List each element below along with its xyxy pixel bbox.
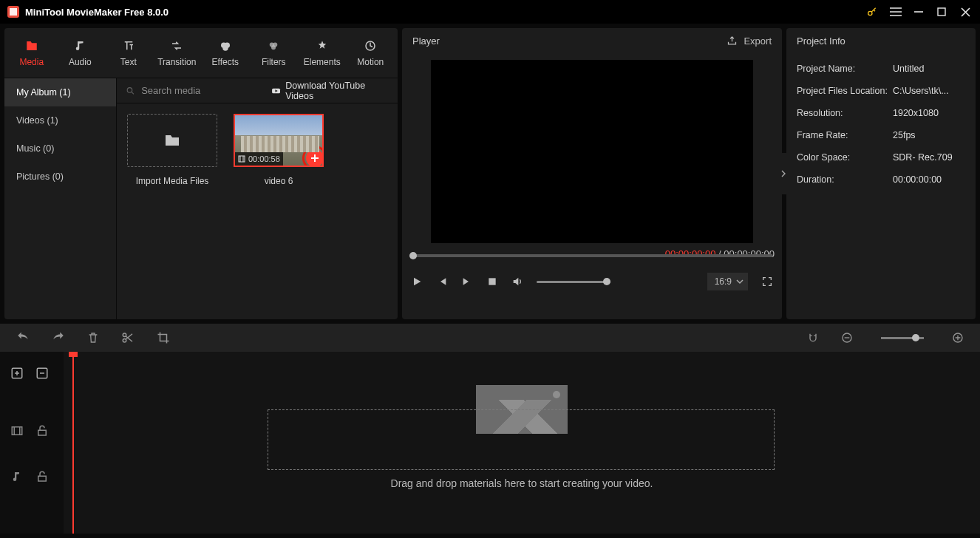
info-row: Resolution:1920x1080	[797, 102, 965, 124]
maximize-icon[interactable]	[937, 7, 949, 16]
folder-icon	[162, 132, 183, 149]
search-input[interactable]	[141, 85, 265, 96]
video-track-icon	[10, 424, 24, 437]
volume-slider[interactable]	[537, 281, 610, 283]
sidebar-item-videos[interactable]: Videos (1)	[4, 106, 116, 134]
zoom-in-button[interactable]	[952, 332, 964, 344]
media-clip[interactable]: 00:00:58	[234, 114, 324, 167]
magnet-icon[interactable]	[807, 332, 819, 344]
search-icon	[126, 86, 135, 96]
info-row: Project Files Location:C:\Users\tk\...	[797, 80, 965, 102]
info-row: Frame Rate:25fps	[797, 124, 965, 146]
player-seekbar[interactable]	[409, 254, 773, 257]
prev-frame-button[interactable]	[436, 276, 448, 287]
info-row: Project Name:Untitled	[797, 58, 965, 80]
svg-rect-13	[489, 278, 495, 285]
import-media-button[interactable]	[127, 114, 217, 167]
nav-text[interactable]: Text	[104, 31, 153, 75]
info-row: Color Space:SDR- Rec.709	[797, 146, 965, 168]
nav-motion[interactable]: Motion	[347, 31, 395, 75]
sidebar-item-music[interactable]: Music (0)	[4, 134, 116, 163]
svg-rect-22	[38, 476, 47, 481]
timeline-hint: Drag and drop materials here to start cr…	[64, 477, 980, 489]
clip-name: video 6	[265, 176, 293, 186]
nav-filters[interactable]: Filters	[250, 31, 299, 75]
project-info-body: Project Name:Untitled Project Files Loca…	[786, 53, 976, 195]
fullscreen-button[interactable]	[761, 276, 773, 287]
svg-point-8	[271, 45, 276, 50]
svg-point-5	[222, 45, 228, 51]
minimize-icon[interactable]	[913, 7, 925, 17]
timeline-drop-area[interactable]	[268, 409, 775, 470]
nav-audio[interactable]: Audio	[56, 31, 105, 75]
player-panel: Player Export 00:00:00:00 / 00:00:00:00	[402, 28, 782, 319]
menu-icon[interactable]	[890, 7, 902, 16]
add-track-icon[interactable]	[10, 367, 24, 380]
premium-key-icon[interactable]	[866, 6, 878, 18]
import-label: Import Media Files	[136, 176, 209, 186]
timeline-toolbar	[0, 324, 980, 352]
stop-button[interactable]	[486, 276, 498, 287]
timeline: Drag and drop materials here to start cr…	[0, 352, 980, 534]
nav-elements[interactable]: Elements	[298, 31, 347, 75]
app-logo-icon	[7, 6, 19, 18]
media-sidebar: My Album (1) Videos (1) Music (0) Pictur…	[4, 78, 117, 319]
chevron-down-icon	[736, 278, 743, 285]
svg-rect-0	[10, 8, 17, 16]
svg-point-10	[127, 87, 132, 92]
export-icon	[727, 35, 738, 47]
export-button[interactable]: Export	[727, 35, 772, 47]
player-viewport[interactable]	[431, 60, 753, 243]
nav-media[interactable]: Media	[7, 31, 56, 75]
svg-rect-21	[38, 430, 47, 435]
timeline-body[interactable]: Drag and drop materials here to start cr…	[64, 352, 980, 534]
lock-icon[interactable]	[35, 424, 49, 437]
app-title: MiniTool MovieMaker Free 8.0.0	[25, 7, 169, 18]
track-headers	[0, 352, 64, 534]
youtube-icon	[271, 86, 281, 96]
next-frame-button[interactable]	[461, 276, 473, 287]
split-button[interactable]	[121, 331, 135, 344]
nav-transition[interactable]: Transition	[153, 31, 202, 75]
player-title: Player	[412, 35, 440, 47]
plus-icon	[310, 154, 319, 163]
sidebar-item-my-album[interactable]: My Album (1)	[4, 78, 116, 106]
project-info-panel: Project Info Project Name:Untitled Proje…	[786, 28, 976, 319]
svg-rect-20	[12, 427, 22, 435]
timeline-playhead[interactable]	[72, 352, 74, 534]
sidebar-item-pictures[interactable]: Pictures (0)	[4, 163, 116, 191]
zoom-slider[interactable]	[881, 337, 924, 339]
collapse-info-button[interactable]	[780, 153, 786, 194]
media-panel: Media Audio Text Transition Effects Filt…	[4, 28, 398, 319]
titlebar: MiniTool MovieMaker Free 8.0.0	[0, 0, 980, 24]
aspect-ratio-select[interactable]: 16:9	[707, 273, 748, 290]
audio-track-icon	[10, 470, 24, 483]
project-info-title: Project Info	[786, 28, 976, 53]
crop-button[interactable]	[157, 331, 170, 344]
close-icon[interactable]	[961, 7, 973, 17]
download-youtube-link[interactable]: Download YouTube Videos	[271, 81, 389, 101]
play-button[interactable]	[411, 276, 423, 287]
top-nav: Media Audio Text Transition Effects Filt…	[4, 28, 398, 78]
volume-icon[interactable]	[511, 276, 523, 287]
film-icon	[237, 154, 246, 163]
lock-icon[interactable]	[35, 470, 49, 483]
svg-rect-12	[239, 156, 245, 162]
delete-button[interactable]	[87, 331, 99, 344]
svg-rect-2	[938, 8, 945, 16]
info-row: Duration:00:00:00:00	[797, 168, 965, 191]
nav-effects[interactable]: Effects	[201, 31, 250, 75]
remove-track-icon[interactable]	[35, 367, 49, 380]
redo-button[interactable]	[52, 331, 65, 344]
undo-button[interactable]	[16, 331, 30, 344]
svg-point-1	[868, 11, 872, 15]
zoom-out-button[interactable]	[841, 332, 853, 344]
add-clip-button[interactable]	[306, 149, 324, 167]
clip-duration: 00:00:58	[235, 152, 283, 166]
